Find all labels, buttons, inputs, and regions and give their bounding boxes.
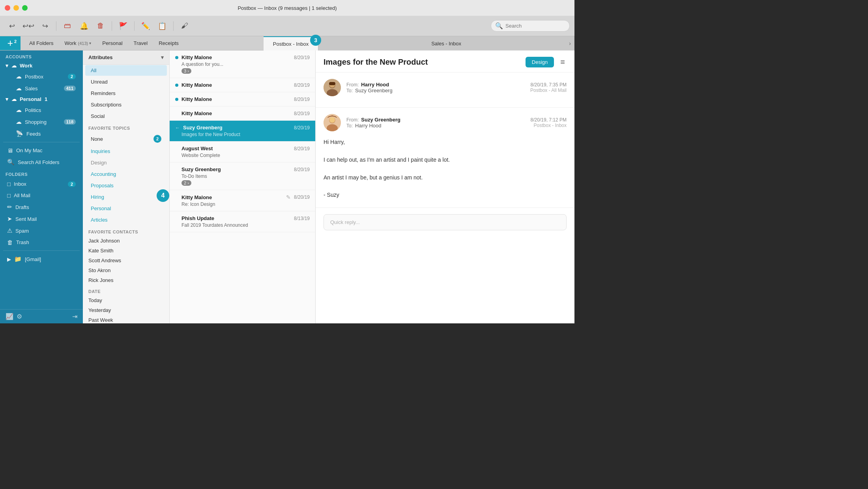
filter-unread[interactable]: Unread [85,77,167,87]
sidebar-item-spam[interactable]: ⚠ Spam [2,225,81,236]
search-input[interactable] [505,23,565,29]
date-past-week[interactable]: Past Week [83,315,169,323]
message-date: 8/20/19 [294,194,310,200]
more-options-button[interactable]: ≡ [559,58,567,67]
filter-topic-hiring[interactable]: Hiring 4 [85,192,167,202]
reminder-button[interactable]: 🔔 [77,19,91,33]
contact-kate-smith[interactable]: Kate Smith [83,246,169,256]
contact-rick-jones[interactable]: Rick Jones [83,275,169,285]
tab-all-folders[interactable]: Work All Folders [24,36,59,50]
message-item[interactable]: Kitty Malone 8/20/19 [170,106,315,121]
cloud-icon: ☁ [16,73,22,80]
sidebar-item-trash[interactable]: 🗑 Trash [2,237,81,248]
minimize-button[interactable] [13,5,19,11]
message-item-selected[interactable]: ← Suzy Greenberg 8/20/19 Images for the … [170,121,315,142]
reply-button[interactable]: ↩ [5,19,19,33]
reply-all-button[interactable]: ↩↩ [21,19,36,33]
folders-header: Folders [0,168,83,178]
tab-receipts[interactable]: Receipts [153,36,184,50]
sidebar-item-search-all[interactable]: 🔍 Search All Folders [2,157,81,168]
filter-reminders[interactable]: Reminders [85,88,167,99]
sent-mail-icon: ➤ [7,215,12,222]
date-yesterday[interactable]: Yesterday [83,305,169,315]
filter-topic-articles[interactable]: Articles [85,215,167,225]
unread-indicator [175,112,178,115]
email-location: Postbox - Inbox [531,123,567,128]
message-sender: Phish Update [181,215,291,221]
sidebar-item-on-my-mac[interactable]: 🖥 On My Mac [2,145,81,156]
email-subject: Images for the New Product [324,58,521,67]
message-item[interactable]: Kitty Malone ✎ 8/20/19 Re: Icon Design [170,190,315,211]
from-row: From: Harry Hood [346,82,525,88]
filter-all[interactable]: All [85,65,167,76]
filter-topic-personal[interactable]: Personal [85,203,167,214]
sidebar-item-gmail[interactable]: ▶ 📁 [Gmail] [2,254,81,265]
sidebar-group-work[interactable]: ▾ ☁ Work [0,61,83,71]
archive-button[interactable]: 🗃 [60,19,75,33]
sidebar-item-politics[interactable]: ☁ Politics [2,105,81,116]
compose-new-button[interactable]: + 2 [0,36,21,50]
sidebar-item-sales[interactable]: ☁ Sales 411 [2,83,81,94]
sidebar-item-feeds[interactable]: 📡 Feeds [2,128,81,139]
quick-reply[interactable]: Quick reply... [324,214,567,230]
message-list: Kitty Malone 8/20/19 A question for you.… [170,50,316,323]
close-button[interactable] [5,5,10,11]
maximize-button[interactable] [22,5,28,11]
brush-button[interactable]: 🖌 [178,19,192,33]
tag-design-button[interactable]: Design [526,57,554,67]
sidebar-item-inbox[interactable]: □ Inbox 2 [2,179,81,189]
email-timestamp: 8/20/19, 7:35 PM [530,82,567,88]
message-preview: Images for the New Product [175,132,310,137]
message-item[interactable]: August West 8/20/19 Website Complete [170,142,315,162]
tab-sales-inbox[interactable]: Sales - Inbox › [318,36,574,50]
tab-postbox-inbox[interactable]: Postbox - Inbox 3 [264,36,318,50]
message-date: 8/13/19 [294,216,310,221]
message-item[interactable]: Kitty Malone 8/20/19 A question for you.… [170,50,315,78]
sidebar-item-postbox[interactable]: ☁ Postbox 2 [2,71,81,82]
sidebar-collapse-button[interactable]: ⇥ [72,313,77,320]
delete-button[interactable]: 🗑 [94,19,108,33]
email-meta-info: From: Harry Hood To: Suzy Greenberg [346,82,525,93]
postbox-badge: 2 [68,74,76,79]
activity-button[interactable]: 📈 [6,313,13,320]
contact-jack-johnson[interactable]: Jack Johnson [83,236,169,246]
tab-work[interactable]: Work (413) ▾ [59,36,97,50]
window-title: Postbox — Inbox (9 messages | 1 selected… [238,5,337,11]
date-today[interactable]: Today [83,295,169,305]
drafts-icon: ✏ [7,203,12,211]
tab-travel[interactable]: Travel [128,36,153,50]
sidebar-item-all-mail[interactable]: □ All Mail [2,190,81,201]
contact-scott-andrews[interactable]: Scott Andrews [83,256,169,265]
sidebar-group-personal[interactable]: ▾ ☁ Personal 1 [0,94,83,104]
message-item[interactable]: Phish Update 8/13/19 Fall 2019 Tourdates… [170,211,315,232]
notes-button[interactable]: 📋 [155,19,169,33]
compose-button[interactable]: ✏️ [138,19,153,33]
tabs-row: + 2 Work All Folders Work (413) ▾ Person… [0,36,574,50]
tab-personal[interactable]: Personal [97,36,128,50]
shopping-badge: 118 [64,119,76,125]
settings-button[interactable]: ⚙ [17,313,22,320]
sidebar-item-sent-mail[interactable]: ➤ Sent Mail [2,213,81,224]
none-topic-badge: 2 [153,135,161,143]
filter-topic-accounting[interactable]: Accounting [85,169,167,179]
filter-topic-proposals[interactable]: Proposals [85,180,167,191]
filter-topic-design[interactable]: Design [85,157,167,168]
message-item[interactable]: Kitty Malone 8/20/19 [170,92,315,106]
cloud-icon: ☁ [11,63,17,69]
filter-topic-inquiries[interactable]: Inquiries [85,146,167,157]
contact-sto-akron[interactable]: Sto Akron [83,265,169,275]
flag-button[interactable]: 🚩 [116,19,130,33]
sidebar-item-drafts[interactable]: ✏ Drafts [2,202,81,213]
favorite-contacts-header: Favorite Contacts [83,226,169,236]
computer-icon: 🖥 [7,147,13,154]
filter-subscriptions[interactable]: Subscriptions [85,99,167,110]
message-item[interactable]: Kitty Malone 8/20/19 [170,78,315,92]
message-item[interactable]: Suzy Greenberg 8/20/19 To-Do Items 2 › [170,162,315,190]
filter-topic-none[interactable]: None 2 [85,133,167,145]
search-box[interactable]: 🔍 [491,20,570,32]
message-preview: To-Do Items [175,174,310,179]
filter-social[interactable]: Social [85,111,167,121]
sidebar-item-shopping[interactable]: ☁ Shopping 118 [2,116,81,127]
forward-button[interactable]: ↪ [38,19,52,33]
folder-tabs: Work All Folders Work (413) ▾ Personal T… [21,36,264,50]
